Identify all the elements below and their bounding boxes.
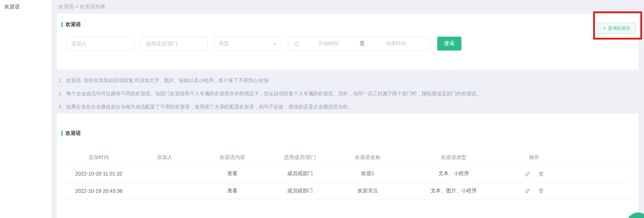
chevron-down-icon <box>273 41 277 46</box>
cell-added-time: 2022-10-20 11:01:32 <box>64 171 134 177</box>
filter-card-title: 欢迎语 <box>61 21 81 28</box>
end-time-placeholder: 结束时间 <box>367 40 425 47</box>
sidebar: 欢迎语 <box>0 0 51 218</box>
clock-icon <box>294 41 300 47</box>
sidebar-item-welcome-message[interactable]: 欢迎语 <box>0 0 51 14</box>
cell-actions <box>503 171 565 177</box>
tip-line-1: 1、欢迎语: 新好友添加后自动回复,可添加文字、图片、链接以及小程序，客户来了不… <box>59 74 481 87</box>
tips-section: 1、欢迎语: 新好友添加后自动回复,可添加文字、图片、链接以及小程序，客户来了不… <box>59 74 481 114</box>
table-card-title-text: 欢迎语 <box>65 130 81 137</box>
view-content-link[interactable]: 查看 <box>196 188 269 194</box>
col-type: 欢迎语类型 <box>404 154 503 161</box>
type-select-placeholder: 类型 <box>219 40 229 47</box>
date-range-picker[interactable]: 开始时间 至 结束时间 <box>288 37 431 51</box>
adder-input[interactable] <box>67 37 135 51</box>
title-accent-bar <box>61 22 63 27</box>
welcome-message-table: 添加时间 添加人 欢迎语内容 适用成员/部门 欢迎语名称 欢迎语类型 操作 20… <box>64 150 631 199</box>
col-added-time: 添加时间 <box>64 154 134 161</box>
trash-icon[interactable] <box>538 171 544 177</box>
search-button[interactable]: 搜索 <box>437 37 461 51</box>
filter-card-title-text: 欢迎语 <box>65 21 81 28</box>
col-members: 适用成员/部门 <box>269 154 331 161</box>
title-accent-bar <box>61 131 63 136</box>
type-select[interactable]: 类型 <box>214 37 282 51</box>
members-departments-input[interactable] <box>141 37 208 51</box>
breadcrumb: 欢迎语 > 欢迎语列表 <box>59 4 105 10</box>
cell-members: 成员或部门 <box>269 188 331 194</box>
table-card: 欢迎语 添加时间 添加人 欢迎语内容 适用成员/部门 欢迎语名称 欢迎语类型 操… <box>57 114 639 218</box>
table-row: 2022-10-20 11:01:32 查看 成员或部门 欢迎1 文本、小程序 <box>64 165 631 182</box>
col-adder: 添加人 <box>134 154 196 161</box>
tip-line-3: 3、如果企业在企业微信后台为相关成员配置了可用的欢迎语，使用第三方系统配置欢迎语… <box>59 100 481 114</box>
table-card-title: 欢迎语 <box>61 130 81 137</box>
trash-icon[interactable] <box>538 188 544 193</box>
main-content: 欢迎语 > 欢迎语列表 欢迎语 + 新增欢迎语 类型 <box>51 0 644 218</box>
filter-card: 欢迎语 + 新增欢迎语 类型 <box>57 14 639 70</box>
cell-type: 文本、图片、小程序 <box>404 188 503 194</box>
table-header-row: 添加时间 添加人 欢迎语内容 适用成员/部门 欢迎语名称 欢迎语类型 操作 <box>64 150 631 165</box>
col-actions: 操作 <box>503 154 565 161</box>
range-separator: 至 <box>357 40 367 47</box>
col-content: 欢迎语内容 <box>196 154 269 161</box>
tip-line-2: 2、每个企业成员均可以拥有不同的欢迎语。当部门欢迎语和个人专属的欢迎语并存的情况… <box>59 87 481 100</box>
cell-added-time: 2022-10-19 20:43:36 <box>64 188 134 194</box>
cell-actions <box>503 188 565 193</box>
start-time-placeholder: 开始时间 <box>300 40 357 47</box>
filter-row: 类型 开始时间 至 结束时间 搜索 <box>67 37 461 51</box>
pencil-icon[interactable] <box>525 171 530 177</box>
col-name: 欢迎语名称 <box>331 154 404 161</box>
pencil-icon[interactable] <box>525 188 530 193</box>
table-row: 2022-10-19 20:43:36 查看 成员或部门 欢迎关注 文本、图片、… <box>64 182 631 199</box>
annotation-red-box <box>593 11 642 40</box>
cell-type: 文本、小程序 <box>404 170 503 177</box>
cell-members: 成员或部门 <box>269 170 331 177</box>
view-content-link[interactable]: 查看 <box>196 170 269 177</box>
cell-name: 欢迎1 <box>331 170 404 177</box>
app-window: 欢迎语 欢迎语 > 欢迎语列表 欢迎语 + 新增欢迎语 类型 <box>0 0 644 218</box>
cell-name: 欢迎关注 <box>331 188 404 194</box>
